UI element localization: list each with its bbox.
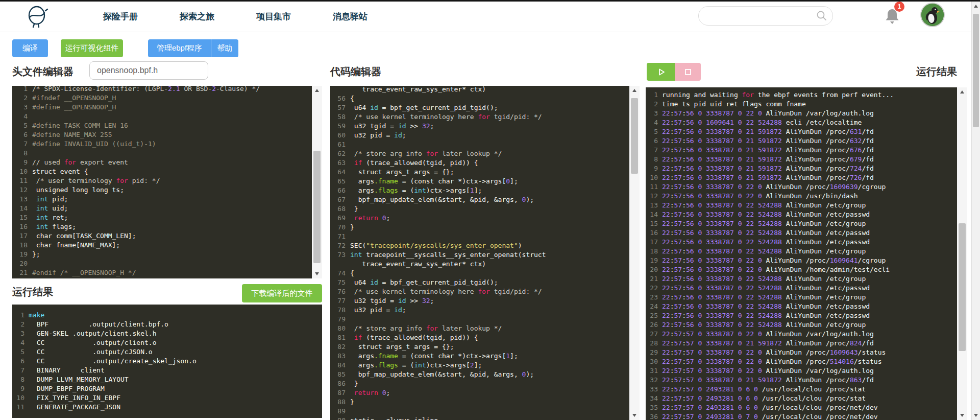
code-line: 90static __always_inline bbox=[330, 416, 640, 420]
code-line: 522:57:56 0 3338787 0 21 591872 AliYunDu… bbox=[646, 127, 967, 136]
code-line: 3222:57:57 0 3338787 0 21 591872 AliYunD… bbox=[646, 376, 967, 385]
code-line: 10struct event { bbox=[12, 167, 322, 176]
code-line: 2122:57:56 0 3338787 0 22 524288 AliYunD… bbox=[646, 274, 967, 284]
code-line: 1022:57:56 0 3338787 0 21 591872 AliYunD… bbox=[646, 173, 967, 182]
code-line: 2222:57:56 0 3338787 0 22 524288 AliYunD… bbox=[646, 284, 967, 293]
scroll-up-arrow[interactable] bbox=[957, 87, 967, 97]
code-line: 67 bpf_map_update_elem(&start, &pid, &ar… bbox=[330, 195, 640, 204]
nav-divider bbox=[0, 32, 980, 32]
code-editor[interactable]: trace_event_raw_sys_enter* ctx)56{57 u64… bbox=[330, 86, 640, 420]
code-line: 58 /* use kernel terminology here for tg… bbox=[330, 112, 640, 122]
code-line: 2922:57:57 0 3338787 0 22 0 AliYunDun /p… bbox=[646, 348, 967, 357]
scroll-down-arrow[interactable] bbox=[957, 411, 967, 420]
notification-badge: 1 bbox=[894, 2, 904, 12]
app-logo[interactable] bbox=[26, 5, 49, 28]
run-visual-component-button[interactable]: 运行可视化组件 bbox=[61, 39, 123, 57]
code-line: 3122:57:57 0 3338787 0 22 0 AliYunDun /v… bbox=[646, 366, 967, 376]
code-line: 1722:57:56 0 3338787 0 22 524288 AliYunD… bbox=[646, 238, 967, 247]
scrollbar-thumb[interactable] bbox=[959, 223, 966, 351]
code-line: 10 FIX_TYPE_INFO_IN_EBPF bbox=[12, 393, 322, 403]
code-line: 88} bbox=[330, 398, 640, 407]
code-line: 3522:57:57 0 2493281 0 6 0 /usr/local/cl… bbox=[646, 403, 967, 412]
scrollbar-thumb[interactable] bbox=[973, 14, 979, 127]
scroll-down-arrow[interactable] bbox=[312, 269, 322, 278]
header-filename-input[interactable] bbox=[89, 61, 208, 80]
code-line: 8 bbox=[12, 149, 322, 158]
scroll-up-arrow[interactable] bbox=[312, 86, 322, 95]
code-line: 5 CC .output/cJSON.o bbox=[12, 347, 322, 357]
code-line: 71 bbox=[330, 232, 640, 241]
scrollbar-thumb[interactable] bbox=[313, 151, 321, 263]
download-compiled-file-button[interactable]: 下载编译后的文件 bbox=[242, 284, 322, 302]
code-line: 13 int pid; bbox=[12, 195, 322, 204]
compile-output-title: 运行结果 bbox=[12, 285, 53, 299]
scroll-down-arrow[interactable] bbox=[972, 411, 980, 420]
code-line: 62 /* store arg info for later lookup */ bbox=[330, 149, 640, 158]
code-line: 56{ bbox=[330, 94, 640, 103]
compile-button[interactable]: 编译 bbox=[12, 39, 48, 57]
code-editor-title: 代码编辑器 bbox=[330, 65, 381, 79]
code-line: 72SEC("tracepoint/syscalls/sys_enter_ope… bbox=[330, 241, 640, 250]
nav-item-project-market[interactable]: 项目集市 bbox=[256, 11, 291, 22]
code-line: 1522:57:56 0 3338787 0 22 524288 AliYunD… bbox=[646, 219, 967, 228]
header-editor-scrollbar bbox=[312, 86, 322, 278]
code-line: 20 bbox=[12, 259, 322, 268]
header-editor-code: 1/* SPDX-License-Identifier: (LGPL-2.1 O… bbox=[12, 86, 322, 277]
nav-item-adventure-manual[interactable]: 探险手册 bbox=[103, 11, 138, 22]
code-line: 3022:57:57 0 3338787 0 22 0 AliYunDun /p… bbox=[646, 357, 967, 366]
nav-item-exploration-journey[interactable]: 探索之旅 bbox=[180, 11, 214, 22]
code-line: 59 u32 tgid = id >> 32; bbox=[330, 122, 640, 131]
code-line: trace_event_raw_sys_enter* ctx) bbox=[330, 260, 640, 269]
code-line: 1make bbox=[12, 311, 322, 320]
compile-output-lines: 1make2 BPF .output/client.bpf.o3 GEN-SKE… bbox=[12, 305, 322, 412]
stop-button[interactable] bbox=[675, 63, 701, 81]
header-editor-title: 头文件编辑器 bbox=[12, 65, 74, 79]
code-line: 2822:57:57 0 3338787 0 21 591872 AliYunD… bbox=[646, 339, 967, 348]
search-icon[interactable] bbox=[816, 10, 827, 21]
code-line: 2time ts pid uid ret flags comm fname bbox=[646, 100, 967, 109]
user-avatar[interactable] bbox=[921, 4, 944, 26]
code-editor-lines: trace_event_raw_sys_enter* ctx)56{57 u64… bbox=[330, 86, 640, 420]
code-line: 1922:57:56 0 3338787 0 22 0 AliYunDun /p… bbox=[646, 256, 967, 265]
code-line: 66 args.flags = (int)ctx->args[1]; bbox=[330, 186, 640, 195]
code-line: 422:57:56 0 1609641 0 22 524288 ecli /et… bbox=[646, 118, 967, 127]
code-line: 68 } bbox=[330, 204, 640, 214]
code-line: 2322:57:56 0 3338787 0 22 524288 AliYunD… bbox=[646, 293, 967, 302]
code-line: 8 DUMP_LLVM_MEMORY_LAYOUT bbox=[12, 375, 322, 384]
code-line: 3322:57:57 0 2493281 0 6 0 /usr/local/cl… bbox=[646, 385, 967, 394]
code-line: 60 u32 pid = id; bbox=[330, 131, 640, 140]
code-line: trace_event_raw_sys_enter* ctx) bbox=[330, 86, 640, 94]
code-line: 1322:57:56 0 3338787 0 22 524288 AliYunD… bbox=[646, 201, 967, 210]
scrollbar-thumb[interactable] bbox=[631, 98, 638, 174]
search-input[interactable] bbox=[699, 7, 832, 25]
code-line: 3422:57:57 0 2493281 0 6 0 /usr/local/cl… bbox=[646, 394, 967, 403]
run-button[interactable] bbox=[647, 63, 675, 81]
run-output-terminal[interactable]: 1running and waiting for the ebpf events… bbox=[646, 87, 967, 420]
code-line: 79 bbox=[330, 315, 640, 324]
code-line: 70} bbox=[330, 223, 640, 232]
code-line: 3 GEN-SKEL .output/client.skel.h bbox=[12, 329, 322, 338]
code-line: 1222:57:56 0 3338787 0 22 0 AliYunDun /u… bbox=[646, 192, 967, 201]
code-editor-scrollbar bbox=[629, 86, 640, 420]
code-line: 4 bbox=[12, 112, 322, 121]
compile-output-terminal[interactable]: 1make2 BPF .output/client.bpf.o3 GEN-SKE… bbox=[12, 305, 322, 418]
code-line: 1122:57:56 0 3338787 0 22 0 AliYunDun /p… bbox=[646, 182, 967, 192]
ebpf-button-group: 管理ebpf程序 帮助 bbox=[148, 39, 238, 57]
code-line: 21#endif /* __OPENSNOOP_H */ bbox=[12, 268, 322, 277]
help-button[interactable]: 帮助 bbox=[211, 39, 238, 57]
code-line: 1/* SPDX-License-Identifier: (LGPL-2.1 O… bbox=[12, 86, 322, 94]
scroll-up-arrow[interactable] bbox=[972, 2, 980, 11]
nav-item-message-station[interactable]: 消息驿站 bbox=[333, 11, 368, 22]
scroll-up-arrow[interactable] bbox=[629, 86, 640, 95]
code-line: 3#define __OPENSNOOP_H bbox=[12, 103, 322, 112]
manage-ebpf-button[interactable]: 管理ebpf程序 bbox=[148, 39, 211, 57]
code-line: 722:57:56 0 3338787 0 21 591872 AliYunDu… bbox=[646, 146, 967, 155]
header-file-editor[interactable]: 1/* SPDX-License-Identifier: (LGPL-2.1 O… bbox=[12, 86, 322, 278]
search-box bbox=[698, 6, 833, 26]
run-result-title: 运行结果 bbox=[891, 65, 957, 79]
code-line: 4 CC .output/client.o bbox=[12, 338, 322, 347]
code-line: 77 u32 tgid = id >> 32; bbox=[330, 296, 640, 306]
code-line: 89 bbox=[330, 407, 640, 416]
scroll-down-arrow[interactable] bbox=[629, 411, 640, 420]
code-line: 73int tracepoint__syscalls__sys_enter_op… bbox=[330, 250, 640, 260]
